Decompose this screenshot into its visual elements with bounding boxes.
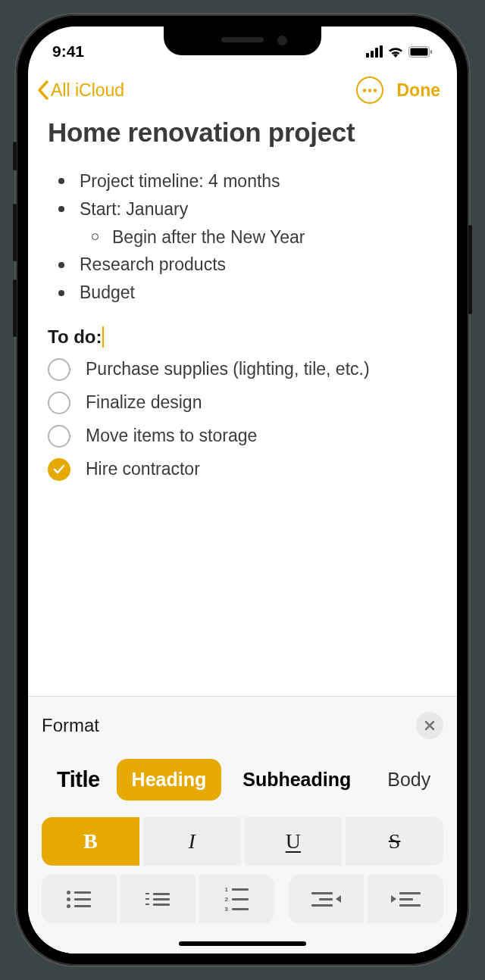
svg-point-3 <box>362 89 365 92</box>
checklist-item: Move items to storage <box>48 425 437 448</box>
checklist-item: Hire contractor <box>48 458 437 481</box>
list-item: Budget <box>58 279 437 307</box>
done-button[interactable]: Done <box>397 80 441 101</box>
checklist[interactable]: Purchase supplies (lighting, tile, etc.)… <box>48 358 437 481</box>
checkbox-checked[interactable] <box>48 458 70 481</box>
style-title-button[interactable]: Title <box>46 757 111 802</box>
list-sub-item: Begin after the New Year <box>58 223 437 251</box>
back-button[interactable]: All iCloud <box>36 80 124 101</box>
notch <box>164 27 321 55</box>
bullet-list[interactable]: Project timeline: 4 months Start: Januar… <box>48 167 437 307</box>
numbered-list-button[interactable]: 1 2 3 <box>199 875 274 923</box>
list-item: Research products <box>58 251 437 279</box>
list-item: Start: January <box>58 195 437 223</box>
cellular-icon <box>366 45 383 58</box>
number-list-icon: 1 2 3 <box>224 886 249 913</box>
checkbox-unchecked[interactable] <box>48 425 70 448</box>
screen: 9:41 All iCloud Done <box>28 27 457 953</box>
power-button <box>468 225 472 314</box>
svg-rect-2 <box>430 50 432 54</box>
back-label: All iCloud <box>51 80 124 101</box>
strikethrough-button[interactable]: S <box>346 817 443 866</box>
home-indicator[interactable] <box>179 941 306 946</box>
svg-rect-1 <box>411 48 428 55</box>
list-format-row: 1 2 3 <box>42 875 443 923</box>
italic-button[interactable]: I <box>143 817 241 866</box>
indent-icon <box>391 892 421 907</box>
chevron-left-icon <box>36 80 49 101</box>
close-icon <box>424 720 435 731</box>
note-editor[interactable]: Home renovation project Project timeline… <box>28 114 457 495</box>
dash-list-icon <box>146 893 170 906</box>
bulleted-list-button[interactable] <box>42 875 117 923</box>
checklist-item: Purchase supplies (lighting, tile, etc.) <box>48 358 437 381</box>
note-heading[interactable]: To do: <box>48 326 102 348</box>
text-styles-row: Title Heading Subheading Body <box>42 757 443 802</box>
checklist-item: Finalize design <box>48 392 437 414</box>
battery-icon <box>408 46 433 58</box>
style-subheading-button[interactable]: Subheading <box>227 759 366 801</box>
phone-frame: 9:41 All iCloud Done <box>16 14 469 966</box>
underline-button[interactable]: U <box>245 817 343 866</box>
svg-point-4 <box>368 89 371 92</box>
wifi-icon <box>387 45 404 58</box>
indent-button[interactable] <box>368 875 443 923</box>
format-panel: Format Title Heading Subheading Body B I… <box>28 696 457 953</box>
text-cursor <box>102 326 104 348</box>
volume-down-button <box>13 279 17 337</box>
bullet-list-icon <box>67 891 91 908</box>
dashed-list-button[interactable] <box>120 875 196 923</box>
list-item: Project timeline: 4 months <box>58 167 437 195</box>
inline-format-row: B I U S <box>42 817 443 866</box>
volume-up-button <box>13 204 17 261</box>
outdent-button[interactable] <box>289 875 365 923</box>
outdent-icon <box>311 892 341 907</box>
mute-switch <box>13 142 17 170</box>
close-button[interactable] <box>416 712 443 739</box>
ellipsis-icon <box>362 89 377 92</box>
checkbox-unchecked[interactable] <box>48 392 70 414</box>
note-title[interactable]: Home renovation project <box>48 117 437 148</box>
checkbox-unchecked[interactable] <box>48 358 70 381</box>
style-body-button[interactable]: Body <box>372 759 443 801</box>
nav-bar: All iCloud Done <box>28 69 457 114</box>
more-button[interactable] <box>356 76 383 104</box>
svg-point-5 <box>373 89 376 92</box>
style-heading-button[interactable]: Heading <box>117 759 222 801</box>
format-panel-title: Format <box>42 715 99 736</box>
checkmark-icon <box>53 465 65 474</box>
bold-button[interactable]: B <box>42 817 139 866</box>
status-time: 9:41 <box>52 42 84 61</box>
